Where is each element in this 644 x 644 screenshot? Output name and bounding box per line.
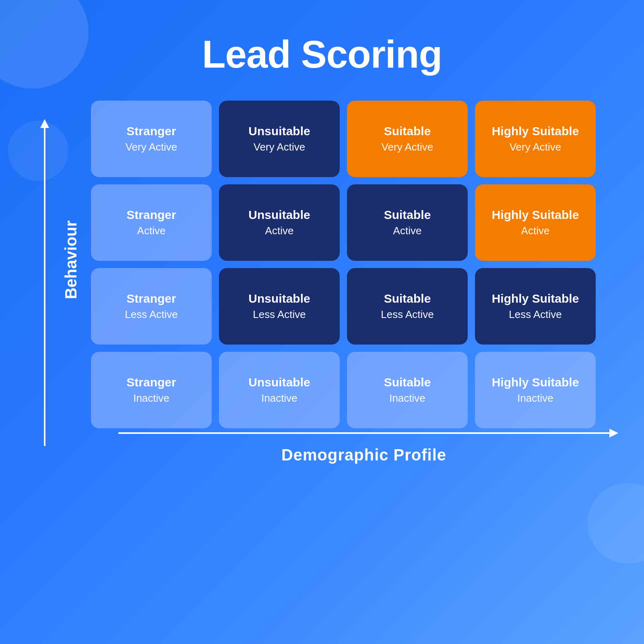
background: Lead Scoring Behaviour StrangerVery Acti… [0,0,644,644]
grid-cell: StrangerLess Active [91,268,212,345]
decorative-circle-2 [588,483,644,564]
cell-subtitle: Very Active [254,141,305,153]
cell-subtitle: Inactive [261,392,297,405]
cell-title: Suitable [384,124,431,138]
cell-title: Unsuitable [248,375,310,390]
x-axis-line [118,432,609,434]
grid-cell: StrangerActive [91,184,212,261]
cell-subtitle: Inactive [517,392,553,405]
y-axis [40,119,49,446]
cell-title: Stranger [126,208,176,222]
cell-subtitle: Less Active [381,308,434,321]
lead-scoring-grid: StrangerVery ActiveUnsuitableVery Active… [91,101,609,428]
cell-subtitle: Less Active [125,308,178,321]
cell-title: Suitable [384,375,431,390]
decorative-circle-1 [0,0,89,89]
y-axis-arrow-head [40,119,49,128]
cell-subtitle: Very Active [382,141,433,153]
cell-title: Highly Suitable [492,291,579,306]
grid-cell: SuitableLess Active [347,268,468,345]
cell-title: Unsuitable [248,208,310,222]
grid-cell: UnsuitableVery Active [219,101,340,177]
grid-cell: UnsuitableActive [219,184,340,261]
grid-cell: SuitableVery Active [347,101,468,177]
grid-cell: StrangerVery Active [91,101,212,177]
grid-cell: StrangerInactive [91,352,212,428]
cell-title: Highly Suitable [492,208,579,222]
y-axis-label: Behaviour [62,248,80,272]
y-axis-line [44,128,45,446]
grid-cell: Highly SuitableActive [475,184,596,261]
cell-title: Stranger [126,124,176,138]
x-axis-container: Demographic Profile [91,432,609,464]
cell-subtitle: Active [393,225,422,237]
cell-subtitle: Active [265,225,294,237]
cell-subtitle: Active [137,225,166,237]
cell-subtitle: Inactive [389,392,425,405]
cell-title: Stranger [126,375,176,390]
grid-cell: UnsuitableInactive [219,352,340,428]
cell-title: Unsuitable [248,291,310,306]
cell-subtitle: Less Active [253,308,306,321]
grid-cell: SuitableInactive [347,352,468,428]
grid-cell: SuitableActive [347,184,468,261]
cell-title: Unsuitable [248,124,310,138]
cell-title: Suitable [384,291,431,306]
cell-subtitle: Very Active [126,141,178,153]
cell-subtitle: Active [521,225,550,237]
cell-subtitle: Inactive [133,392,169,405]
cell-subtitle: Less Active [509,308,562,321]
chart-area: Behaviour StrangerVery ActiveUnsuitableV… [40,101,604,464]
cell-title: Highly Suitable [492,124,579,138]
cell-subtitle: Very Active [510,141,561,153]
page-title: Lead Scoring [202,32,442,76]
grid-cell: Highly SuitableLess Active [475,268,596,345]
cell-title: Highly Suitable [492,375,579,390]
cell-title: Stranger [126,291,176,306]
grid-cell: UnsuitableLess Active [219,268,340,345]
grid-cell: Highly SuitableVery Active [475,101,596,177]
grid-cell: Highly SuitableInactive [475,352,596,428]
x-axis-label: Demographic Profile [118,446,609,464]
cell-title: Suitable [384,208,431,222]
